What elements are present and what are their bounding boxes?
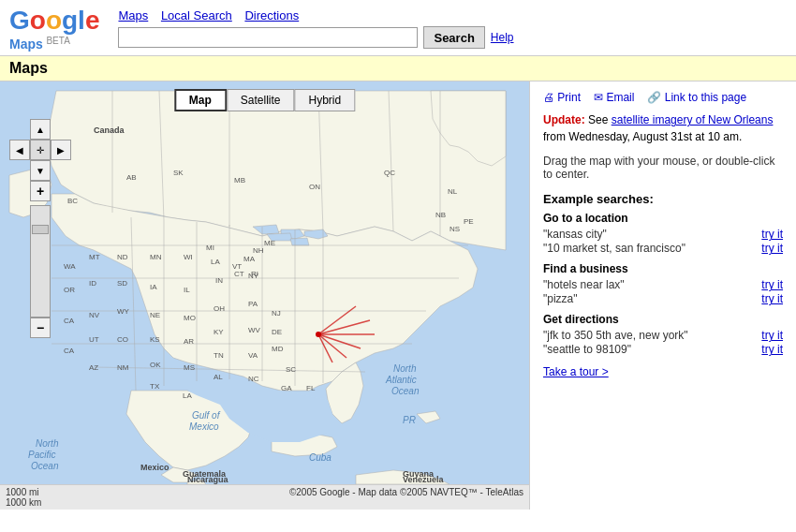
nav-directions-link[interactable]: Directions	[244, 8, 299, 22]
zoom-out-button[interactable]: −	[30, 318, 51, 338]
category-business-title: Find a business	[543, 262, 783, 275]
try-it-hotels-link[interactable]: try it	[761, 278, 783, 291]
svg-text:Gulf of: Gulf of	[192, 410, 221, 421]
example-row-kc: "kansas city" try it	[543, 228, 783, 241]
svg-text:ME: ME	[264, 239, 275, 247]
pan-south-button[interactable]: ▼	[30, 160, 51, 181]
header: Google Maps BETA Maps Local Search Direc…	[0, 0, 796, 56]
svg-text:CA: CA	[64, 347, 75, 355]
search-category-location: Go to a location "kansas city" try it "1…	[543, 212, 783, 255]
svg-text:VA: VA	[248, 351, 258, 360]
category-location-title: Go to a location	[543, 212, 783, 225]
svg-point-101	[316, 332, 321, 337]
example-text-market: "10 market st, san francisco"	[543, 242, 685, 255]
logo-o2: o	[46, 6, 62, 35]
svg-text:PE: PE	[464, 217, 474, 226]
map-mode-satellite-button[interactable]: Satellite	[227, 89, 295, 111]
svg-text:PR: PR	[403, 415, 416, 425]
link-label: Link to this page	[665, 91, 746, 104]
search-input[interactable]	[118, 27, 418, 48]
svg-text:AZ: AZ	[89, 363, 98, 372]
svg-text:AB: AB	[126, 173, 137, 182]
header-right: Maps Local Search Directions Search Help	[118, 8, 787, 49]
example-text-pizza: "pizza"	[543, 292, 578, 305]
take-tour-link[interactable]: Take a tour >	[543, 365, 783, 378]
map-scale-km: 1000 km	[6, 497, 41, 508]
nav-local-search-link[interactable]: Local Search	[161, 8, 232, 22]
maps-title-bar: Maps	[0, 56, 796, 81]
svg-text:Mexico: Mexico	[140, 463, 170, 472]
try-it-jfk-link[interactable]: try it	[761, 329, 783, 342]
svg-text:AL: AL	[214, 373, 223, 381]
svg-text:KY: KY	[214, 328, 224, 336]
svg-text:MI: MI	[206, 244, 214, 252]
zoom-thumb[interactable]	[32, 225, 49, 234]
svg-text:Guyana: Guyana	[403, 469, 435, 479]
svg-text:TX: TX	[150, 382, 160, 391]
svg-text:CT: CT	[234, 270, 244, 278]
svg-text:NJ: NJ	[272, 309, 281, 318]
try-it-seattle-link[interactable]: try it	[761, 343, 783, 356]
example-row-market: "10 market st, san francisco" try it	[543, 242, 783, 255]
search-category-directions: Get directions "jfk to 350 5th ave, new …	[543, 313, 783, 356]
search-button[interactable]: Search	[423, 26, 484, 49]
svg-text:OH: OH	[214, 304, 225, 313]
zoom-slider[interactable]	[30, 205, 51, 318]
email-label: Email	[606, 91, 634, 104]
svg-text:SD: SD	[117, 279, 127, 288]
svg-text:Ocean: Ocean	[31, 461, 59, 471]
logo-gl: g	[62, 6, 78, 35]
example-text-hotels: "hotels near lax"	[543, 278, 625, 291]
svg-text:SC: SC	[286, 365, 296, 374]
try-it-kc-link[interactable]: try it	[761, 228, 783, 241]
satellite-imagery-link[interactable]: satellite imagery of New Orleans	[612, 113, 774, 126]
svg-text:MO: MO	[184, 314, 196, 322]
map-svg[interactable]: WA OR CA CA MT ID NV UT AZ ND SD WY CO N…	[0, 81, 529, 484]
svg-text:MS: MS	[184, 363, 195, 372]
svg-text:Pacific: Pacific	[28, 450, 55, 460]
update-label: Update:	[543, 113, 585, 126]
print-link[interactable]: 🖨 Print	[543, 91, 581, 104]
nav-maps-link[interactable]: Maps	[118, 8, 148, 22]
svg-text:WI: WI	[184, 253, 193, 261]
svg-text:IA: IA	[150, 283, 157, 291]
pan-center-button[interactable]: ✛	[30, 140, 51, 160]
email-link[interactable]: ✉ Email	[594, 91, 634, 104]
map-scale-mi: 1000 mi	[6, 487, 41, 497]
svg-text:Ocean: Ocean	[391, 386, 420, 396]
svg-text:WV: WV	[248, 326, 261, 334]
pan-east-button[interactable]: ▶	[51, 140, 71, 160]
help-link[interactable]: Help	[491, 31, 514, 44]
map-container: Map Satellite Hybrid ▲ ◀ ✛ ▶ ▼ + −	[0, 81, 529, 510]
logo-e2: e	[85, 6, 100, 35]
svg-text:MD: MD	[272, 345, 284, 353]
svg-text:LA: LA	[211, 258, 220, 266]
try-it-market-link[interactable]: try it	[761, 242, 783, 255]
map-mode-map-button[interactable]: Map	[174, 89, 227, 111]
zoom-controls: ▲ ◀ ✛ ▶ ▼ + −	[9, 119, 71, 338]
logo-maps-text: Maps	[9, 37, 43, 52]
pan-north-button[interactable]: ▲	[30, 119, 51, 140]
svg-text:DE: DE	[272, 328, 282, 336]
logo-maps-row: Maps BETA	[9, 36, 99, 52]
map-mode-hybrid-button[interactable]: Hybrid	[295, 89, 356, 111]
svg-text:Cuba: Cuba	[309, 452, 332, 463]
svg-text:IL: IL	[184, 286, 190, 294]
try-it-pizza-link[interactable]: try it	[761, 292, 783, 305]
link-to-page-link[interactable]: 🔗 Link to this page	[647, 91, 746, 104]
svg-text:North: North	[36, 438, 59, 449]
svg-text:Canada: Canada	[94, 126, 125, 135]
pan-controls: ▲ ◀ ✛ ▶ ▼	[9, 119, 71, 181]
logo-g: G	[9, 6, 30, 35]
svg-text:NC: NC	[248, 375, 259, 383]
map-mode-controls: Map Satellite Hybrid	[174, 89, 355, 111]
svg-text:SK: SK	[173, 169, 184, 177]
pan-west-button[interactable]: ◀	[9, 140, 30, 160]
search-row: Search Help	[118, 26, 787, 49]
svg-text:MT: MT	[89, 253, 100, 261]
zoom-in-button[interactable]: +	[30, 181, 51, 201]
svg-text:UT: UT	[89, 335, 99, 344]
update-after-text: from Wednesday, August 31st at 10 am.	[543, 130, 742, 143]
example-searches: Example searches: Go to a location "kans…	[543, 192, 783, 356]
category-directions-title: Get directions	[543, 313, 783, 326]
